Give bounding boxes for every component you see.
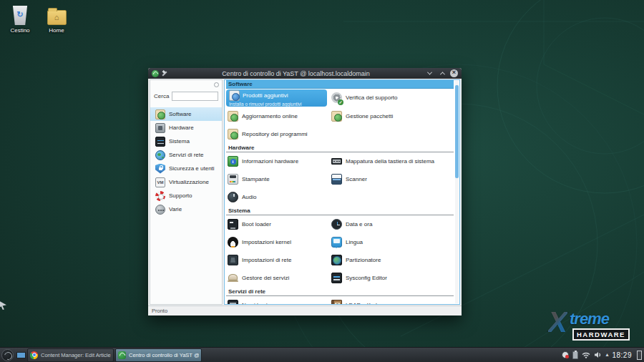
services-manager-icon bbox=[228, 273, 238, 283]
volume-icon[interactable] bbox=[594, 351, 602, 358]
yast-window: Centro di controllo di YaST @ localhost.… bbox=[148, 68, 462, 315]
sidebar-item-hardware[interactable]: Hardware bbox=[150, 121, 222, 134]
system-icon bbox=[155, 137, 165, 147]
module-item-mappatura-tastiera[interactable]: Mappatura della tastiera di sistema bbox=[330, 152, 454, 170]
support-icon bbox=[155, 191, 165, 201]
module-item-nomi-host[interactable]: Nomi host bbox=[226, 296, 330, 304]
sidebar-item-label: Sicurezza e utenti bbox=[169, 165, 215, 172]
module-item-lingua[interactable]: Lingua bbox=[330, 233, 454, 251]
chevron-down-icon bbox=[426, 70, 431, 75]
module-item-audio[interactable]: Audio bbox=[226, 188, 330, 206]
desktop-pager[interactable] bbox=[16, 352, 26, 358]
close-button[interactable] bbox=[450, 69, 458, 77]
partitioner-icon bbox=[331, 255, 342, 265]
maximize-button[interactable] bbox=[437, 69, 447, 78]
vertical-scrollbar[interactable] bbox=[455, 81, 459, 303]
bootloader-icon bbox=[228, 219, 238, 230]
scrollbar-thumb[interactable] bbox=[455, 85, 459, 178]
module-item-prodotti-aggiuntivi[interactable]: Prodotti aggiuntivi Installa o rimuovi p… bbox=[226, 89, 330, 107]
minimize-button[interactable] bbox=[424, 69, 434, 78]
sidebar-item-virtualizzazione[interactable]: Virtualizzazione bbox=[150, 175, 222, 189]
sysconfig-icon bbox=[331, 273, 342, 283]
section-grid: Informazioni hardware Mappatura della ta… bbox=[226, 152, 454, 206]
category-list: Software Hardware Sistema Servizi di ret… bbox=[150, 107, 222, 216]
network-wifi-icon[interactable] bbox=[582, 351, 590, 358]
sidebar: Cerca Software Hardware Sistema bbox=[150, 79, 223, 305]
desktop-icon-home[interactable]: Home bbox=[38, 6, 75, 34]
module-item-ldap-e-kerberos[interactable]: LDAP e Kerberos bbox=[330, 296, 454, 304]
chrome-icon bbox=[30, 351, 38, 359]
network-services-icon bbox=[155, 150, 165, 160]
gear-icon[interactable] bbox=[214, 82, 219, 87]
media-check-icon bbox=[331, 92, 342, 103]
clock[interactable]: 18:29 bbox=[612, 351, 632, 359]
module-item-gestore-dei-servizi[interactable]: Gestore dei servizi bbox=[226, 269, 330, 287]
clipboard-icon[interactable] bbox=[572, 351, 578, 359]
module-item-verifica-del-supporto[interactable]: Verifica del supporto bbox=[330, 89, 454, 107]
datetime-icon bbox=[331, 219, 342, 230]
module-item-repository-dei-programmi[interactable]: Repository dei programmi bbox=[226, 125, 330, 143]
module-item-partizionatore[interactable]: Partizionatore bbox=[330, 251, 454, 269]
show-desktop-button[interactable] bbox=[637, 351, 642, 360]
logo-hardware-text: HARDWARE bbox=[572, 328, 630, 341]
sidebar-item-varie[interactable]: Varie bbox=[150, 202, 222, 216]
module-item-gestione-pacchetti[interactable]: Gestione pacchetti bbox=[330, 107, 454, 125]
module-item-boot-loader[interactable]: Boot loader bbox=[226, 215, 330, 233]
virtualization-icon bbox=[155, 177, 165, 187]
section-grid: Boot loader Data e ora Impostazioni kern… bbox=[226, 215, 454, 287]
titlebar[interactable]: Centro di controllo di YaST @ localhost.… bbox=[148, 68, 462, 79]
mouse-cursor bbox=[0, 300, 6, 310]
pin-icon[interactable] bbox=[162, 71, 167, 77]
section-header-software: Software bbox=[226, 80, 454, 89]
desktop-icon-label: Home bbox=[38, 27, 75, 34]
sidebar-item-software[interactable]: Software bbox=[150, 107, 222, 121]
module-item-scanner[interactable]: Scanner bbox=[330, 170, 454, 188]
logo-treme-text: treme bbox=[570, 310, 609, 328]
module-item-impostazioni-kernel[interactable]: Impostazioni kernel bbox=[226, 233, 330, 251]
task-button-yast[interactable]: Centro di controllo di YaST @ local... bbox=[115, 348, 202, 362]
search-input[interactable] bbox=[172, 92, 218, 101]
network-settings-icon bbox=[228, 255, 238, 265]
section-grid: Prodotti aggiuntivi Installa o rimuovi p… bbox=[226, 89, 454, 143]
desktop-icon-trash[interactable]: Cestino bbox=[1, 6, 39, 34]
expand-tray-icon[interactable]: ▴ bbox=[605, 352, 608, 358]
module-item-stampante[interactable]: Stampante bbox=[226, 170, 330, 188]
sidebar-item-label: Servizi di rete bbox=[169, 152, 203, 158]
yast-icon bbox=[118, 351, 126, 359]
ldap-kerberos-icon bbox=[331, 300, 342, 304]
module-item-impostazioni-di-rete[interactable]: Impostazioni di rete bbox=[226, 251, 330, 269]
audio-icon bbox=[228, 192, 238, 202]
kernel-icon bbox=[228, 237, 238, 248]
logo-x-glyph: X bbox=[548, 303, 567, 341]
module-panel-inner: Software Prodotti aggiuntivi Installa o … bbox=[226, 80, 454, 304]
window-body: Cerca Software Hardware Sistema bbox=[148, 79, 462, 305]
keyboard-icon bbox=[331, 158, 342, 165]
sidebar-item-label: Hardware bbox=[169, 124, 194, 131]
search-label: Cerca bbox=[154, 93, 169, 99]
module-item-data-e-ora[interactable]: Data e ora bbox=[330, 215, 454, 233]
language-icon bbox=[331, 237, 342, 248]
module-item-informazioni-hardware[interactable]: Informazioni hardware bbox=[226, 152, 330, 170]
updates-icon[interactable] bbox=[562, 351, 569, 358]
taskbar: Content Manager: Edit Article - Xtr... C… bbox=[0, 347, 644, 362]
app-launcher-icon[interactable] bbox=[1, 349, 14, 361]
section-header-hardware: Hardware bbox=[226, 144, 454, 152]
scanner-icon bbox=[331, 174, 342, 185]
system-tray: ▴ 18:29 bbox=[562, 351, 644, 360]
yast-app-icon bbox=[152, 70, 159, 77]
module-item-sysconfig-editor[interactable]: Sysconfig Editor bbox=[330, 269, 454, 287]
sidebar-item-sicurezza-e-utenti[interactable]: Sicurezza e utenti bbox=[150, 162, 222, 175]
section-header-servizi-di-rete: Servizi di rete bbox=[226, 288, 454, 296]
sidebar-item-label: Varie bbox=[169, 206, 182, 212]
module-item-aggiornamento-online[interactable]: Aggiornamento online bbox=[226, 107, 330, 125]
sidebar-item-sistema[interactable]: Sistema bbox=[150, 134, 222, 148]
sidebar-item-label: Supporto bbox=[169, 192, 192, 199]
task-button-content-manager[interactable]: Content Manager: Edit Article - Xtr... bbox=[27, 348, 114, 362]
repositories-icon bbox=[228, 129, 238, 140]
hostnames-icon bbox=[228, 300, 238, 304]
hardware-icon bbox=[155, 123, 165, 133]
sidebar-item-supporto[interactable]: Supporto bbox=[150, 189, 222, 202]
home-folder-icon bbox=[47, 10, 67, 25]
addon-products-icon bbox=[229, 90, 240, 101]
sidebar-item-servizi-di-rete[interactable]: Servizi di rete bbox=[150, 148, 222, 162]
